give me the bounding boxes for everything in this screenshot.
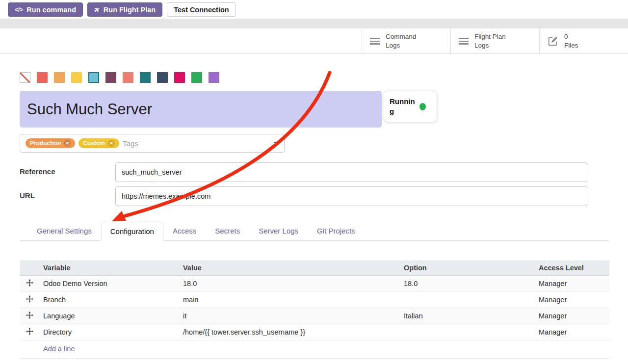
- value-cell[interactable]: it: [179, 308, 400, 324]
- list-lines-icon: [370, 38, 380, 45]
- list-lines-icon: [459, 38, 469, 45]
- color-picker: [20, 72, 609, 83]
- plane-icon: ✈: [92, 5, 102, 15]
- tab-configuration[interactable]: Configuration: [101, 223, 163, 241]
- color-swatch[interactable]: [209, 72, 219, 83]
- run-flight-plan-label: Run Flight Plan: [104, 6, 156, 14]
- option-cell[interactable]: Italian: [400, 308, 535, 324]
- notebook-tabs: General Settings Configuration Access Se…: [20, 222, 609, 241]
- access-level-cell[interactable]: Manager: [535, 324, 609, 340]
- status-label: Running: [390, 97, 415, 117]
- reference-label: Reference: [20, 167, 115, 176]
- status-card: Running: [383, 91, 437, 122]
- color-swatch[interactable]: [37, 72, 48, 83]
- tag-custom[interactable]: Custom ✕: [78, 138, 119, 148]
- run-flight-plan-button[interactable]: ✈ Run Flight Plan: [87, 2, 162, 17]
- tab-git-projects[interactable]: Git Projects: [308, 222, 365, 240]
- access-level-cell[interactable]: Manager: [535, 308, 609, 324]
- option-column-header: Option: [400, 260, 535, 276]
- code-icon: </>: [15, 6, 23, 13]
- reference-input[interactable]: [115, 162, 587, 182]
- tag-production[interactable]: Production ✕: [26, 138, 75, 148]
- option-cell[interactable]: [400, 292, 535, 308]
- top-toolbar: </> Run command ✈ Run Flight Plan Test C…: [0, 0, 628, 19]
- test-connection-button[interactable]: Test Connection: [167, 2, 236, 17]
- edit-pencil-icon: [548, 36, 558, 47]
- variable-cell[interactable]: Odoo Demo Version: [39, 276, 179, 292]
- drag-handle-icon[interactable]: [20, 308, 39, 324]
- table-row[interactable]: Odoo Demo Version 18.0 18.0 Manager: [20, 276, 609, 292]
- handle-column-header: [20, 260, 39, 276]
- url-label: URL: [20, 191, 115, 200]
- header-band: Command Logs Flight Plan Logs 0 Files: [0, 28, 628, 54]
- variable-column-header: Variable: [39, 260, 179, 276]
- table-row[interactable]: Directory /home/{{ tower.server.ssh_user…: [20, 324, 609, 340]
- tab-general-settings[interactable]: General Settings: [27, 222, 101, 240]
- access-level-column-header: Access Level: [535, 260, 609, 276]
- tab-access[interactable]: Access: [163, 222, 206, 240]
- title-row: Such Much Server Running: [20, 91, 609, 128]
- table-header-row: Variable Value Option Access Level: [20, 260, 609, 276]
- value-cell[interactable]: /home/{{ tower.server.ssh_username }}: [179, 324, 400, 340]
- reference-row: Reference: [20, 162, 609, 182]
- remove-tag-icon[interactable]: ✕: [64, 140, 71, 147]
- tab-server-logs[interactable]: Server Logs: [249, 222, 308, 240]
- url-row: URL: [20, 186, 609, 206]
- tags-placeholder: Tags: [123, 139, 138, 148]
- run-command-label: Run command: [26, 6, 76, 14]
- server-form-sheet: Such Much Server Running Production ✕ Cu…: [0, 54, 628, 359]
- option-cell[interactable]: 18.0: [400, 276, 535, 292]
- test-connection-label: Test Connection: [174, 6, 229, 14]
- tags-input[interactable]: Production ✕ Custom ✕ Tags: [20, 134, 285, 153]
- files-button[interactable]: 0 Files: [539, 28, 628, 53]
- tag-label: Production: [30, 140, 61, 147]
- color-swatch[interactable]: [105, 72, 116, 83]
- run-command-button[interactable]: </> Run command: [8, 2, 83, 17]
- drag-handle-icon[interactable]: [20, 292, 39, 308]
- color-swatch[interactable]: [140, 72, 151, 83]
- color-swatch[interactable]: [191, 72, 202, 83]
- value-cell[interactable]: 18.0: [179, 276, 400, 292]
- files-count: 0: [564, 32, 603, 41]
- table-row[interactable]: Branch main Manager: [20, 292, 609, 308]
- url-input[interactable]: [115, 186, 587, 206]
- variable-cell[interactable]: Directory: [39, 324, 179, 340]
- option-cell[interactable]: [400, 324, 535, 340]
- value-cell[interactable]: main: [179, 292, 400, 308]
- add-line-link[interactable]: Add a line: [43, 345, 75, 353]
- access-level-cell[interactable]: Manager: [535, 292, 609, 308]
- variable-cell[interactable]: Branch: [39, 292, 179, 308]
- drag-handle-icon[interactable]: [20, 276, 39, 292]
- add-line-row: Add a line: [20, 340, 609, 359]
- color-swatch[interactable]: [123, 72, 133, 83]
- color-swatch[interactable]: [54, 72, 65, 83]
- color-swatch[interactable]: [71, 72, 82, 83]
- command-logs-label: Command Logs: [386, 32, 425, 50]
- variables-table: Variable Value Option Access Level Odoo …: [20, 260, 609, 359]
- drag-handle-icon[interactable]: [20, 324, 39, 340]
- flight-plan-logs-button[interactable]: Flight Plan Logs: [450, 28, 539, 53]
- status-dot-icon: [419, 103, 426, 110]
- color-swatch[interactable]: [174, 72, 185, 83]
- files-label: Files: [564, 41, 603, 50]
- separator-strip: [0, 19, 628, 28]
- color-swatch-selected[interactable]: [88, 72, 99, 83]
- remove-tag-icon[interactable]: ✕: [108, 140, 115, 147]
- tag-label: Custom: [83, 140, 105, 147]
- command-logs-button[interactable]: Command Logs: [362, 28, 450, 53]
- color-swatch-none[interactable]: [20, 72, 30, 83]
- access-level-cell[interactable]: Manager: [535, 276, 609, 292]
- server-name-input[interactable]: Such Much Server: [20, 91, 382, 128]
- tab-secrets[interactable]: Secrets: [206, 222, 249, 240]
- color-swatch[interactable]: [157, 72, 168, 83]
- variable-cell[interactable]: Language: [39, 308, 179, 324]
- flight-plan-logs-label: Flight Plan Logs: [474, 32, 514, 50]
- dropdown-caret-icon[interactable]: [274, 142, 279, 147]
- value-column-header: Value: [179, 260, 400, 276]
- table-row[interactable]: Language it Italian Manager: [20, 308, 609, 324]
